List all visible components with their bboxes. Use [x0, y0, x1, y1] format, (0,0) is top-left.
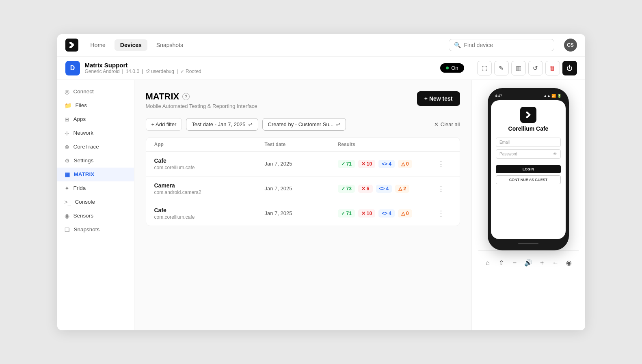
- phone-login-button[interactable]: LOGIN: [496, 165, 561, 173]
- device-build: r2 userdebug: [145, 69, 174, 74]
- sidebar-item-coretrace[interactable]: ⊚ CoreTrace: [57, 140, 134, 154]
- apps-icon: ⊞: [65, 116, 69, 123]
- avatar: CS: [564, 39, 577, 52]
- content-area: MATRIX ? Mobile Automated Testing & Repo…: [134, 80, 471, 330]
- status-badge[interactable]: On: [440, 63, 464, 73]
- result-warn: △ 0: [398, 160, 412, 168]
- sidebar-item-connect[interactable]: ◎ Connect: [57, 85, 134, 99]
- sidebar-label-network: Network: [73, 130, 94, 136]
- volume-up-button[interactable]: +: [538, 256, 546, 269]
- test-table: App Test date Results Cafe com.corellium…: [146, 137, 460, 226]
- refresh-button[interactable]: ↺: [528, 61, 543, 75]
- phone-app-name: Corellium Cafe: [508, 125, 549, 132]
- creator-filter-label: Created by - Customer Su...: [268, 121, 334, 127]
- grid-icon: ▥: [516, 65, 521, 72]
- sidebar-item-console[interactable]: >_ Console: [57, 195, 134, 209]
- edit-icon: ✎: [499, 65, 504, 72]
- sidebar-label-coretrace: CoreTrace: [73, 144, 99, 150]
- rotate-button[interactable]: ⇧: [497, 256, 505, 269]
- sidebar-item-frida[interactable]: ✦ Frida: [57, 181, 134, 195]
- sidebar-item-matrix[interactable]: ▦ MATRIX: [57, 168, 134, 181]
- external-link-icon: ⬚: [482, 65, 487, 72]
- new-test-button[interactable]: + New test: [417, 91, 460, 106]
- home-icon: ⌂: [486, 259, 490, 267]
- device-meta: Generic Android | 14.0.0 | r2 userdebug …: [85, 69, 201, 74]
- sidebar-label-apps: Apps: [73, 116, 86, 122]
- sidebar-item-sensors[interactable]: ◉ Sensors: [57, 209, 134, 223]
- rotate-icon: ⇧: [499, 259, 504, 267]
- coretrace-icon: ⊚: [65, 144, 69, 150]
- sidebar-item-settings[interactable]: ⚙ Settings: [57, 154, 134, 168]
- email-placeholder: Email: [499, 140, 510, 144]
- col-results: Results: [338, 142, 435, 147]
- help-icon[interactable]: ?: [182, 93, 190, 100]
- sidebar-item-files[interactable]: 📁 Files: [57, 99, 134, 112]
- snapshots-icon: ❑: [65, 226, 70, 233]
- search-bar[interactable]: 🔍: [449, 39, 554, 51]
- check-icon: ✓: [180, 69, 184, 74]
- settings-icon: ⚙: [65, 157, 70, 164]
- status-label: On: [451, 65, 458, 71]
- device-info: Matrix Support Generic Android | 14.0.0 …: [85, 62, 201, 74]
- creator-filter-button[interactable]: Created by - Customer Su... ⇌: [262, 118, 346, 131]
- clear-all-button[interactable]: ✕ Clear all: [434, 121, 460, 127]
- sidebar-label-console: Console: [75, 199, 95, 205]
- phone-guest-button[interactable]: CONTINUE AS GUEST: [496, 175, 561, 184]
- nav-snapshots[interactable]: Snapshots: [151, 39, 189, 51]
- home-button[interactable]: ⌂: [484, 256, 491, 269]
- app-info: Camera com.android.camera2: [154, 182, 265, 195]
- results: ✓ 71 ✕ 10 <> 4 △ 0: [338, 160, 435, 168]
- more-button[interactable]: ⋮: [435, 158, 447, 170]
- back-icon: ←: [552, 259, 559, 267]
- phone-time: 4:47: [495, 94, 502, 98]
- external-link-button[interactable]: ⬚: [477, 61, 492, 75]
- date-filter-button[interactable]: Test date - Jan 7, 2025 ⇌: [186, 118, 258, 131]
- search-input[interactable]: [464, 42, 549, 48]
- results: ✓ 73 ✕ 6 <> 4 △ 2: [338, 185, 435, 193]
- refresh-icon: ↺: [533, 65, 538, 72]
- phone-frame: 4:47 ▲▲ 📶 🔋 Corellium Cafe Email: [488, 88, 569, 250]
- edit-button[interactable]: ✎: [494, 61, 509, 75]
- device-version: 14.0.0: [126, 69, 139, 74]
- logo[interactable]: [65, 39, 78, 52]
- nav-devices[interactable]: Devices: [115, 39, 147, 51]
- app-info: Cafe com.corellium.cafe: [154, 207, 265, 220]
- power-button[interactable]: ⏻: [562, 61, 577, 75]
- table-header: App Test date Results: [146, 138, 460, 152]
- console-icon: >_: [65, 199, 71, 205]
- app-id: com.corellium.cafe: [154, 165, 265, 170]
- sidebar: ◎ Connect 📁 Files ⊞ Apps ⊹ Network ⊚ Cor…: [57, 80, 134, 330]
- test-date: Jan 7, 2025: [265, 185, 338, 192]
- more-button[interactable]: ⋮: [435, 183, 447, 194]
- sidebar-label-snapshots: Snapshots: [74, 226, 100, 233]
- result-warn: △ 2: [395, 185, 409, 193]
- phone-password-input[interactable]: Password 👁: [496, 149, 561, 159]
- back-button[interactable]: ←: [551, 256, 559, 269]
- nav-home[interactable]: Home: [85, 39, 111, 51]
- phone-status-icons: ▲▲ 📶 🔋: [543, 94, 562, 98]
- sidebar-item-snapshots[interactable]: ❑ Snapshots: [57, 223, 134, 237]
- sidebar-item-apps[interactable]: ⊞ Apps: [57, 112, 134, 126]
- power-icon: ⏻: [566, 65, 573, 71]
- more-button[interactable]: ⋮: [435, 208, 447, 219]
- grid-button[interactable]: ▥: [511, 61, 526, 75]
- rooted-label: Rooted: [186, 69, 201, 74]
- app-name: Cafe: [154, 207, 265, 213]
- app-id: com.android.camera2: [154, 190, 265, 195]
- app-name: Camera: [154, 182, 265, 189]
- clear-all-x-icon: ✕: [434, 121, 439, 127]
- device-name: Matrix Support: [85, 62, 201, 69]
- delete-button[interactable]: 🗑: [545, 61, 560, 75]
- sound-button[interactable]: 🔊: [524, 256, 532, 269]
- frida-icon: ✦: [65, 185, 69, 192]
- phone-email-input[interactable]: Email: [496, 138, 561, 147]
- sidebar-label-matrix: MATRIX: [74, 171, 95, 177]
- result-fail: ✕ 6: [358, 185, 373, 193]
- add-filter-button[interactable]: + Add filter: [146, 118, 182, 131]
- sidebar-item-network[interactable]: ⊹ Network: [57, 126, 134, 140]
- main-content: ◎ Connect 📁 Files ⊞ Apps ⊹ Network ⊚ Cor…: [57, 80, 585, 330]
- volume-down-button[interactable]: −: [511, 256, 519, 269]
- delete-icon: 🗑: [549, 65, 556, 71]
- fingerprint-button[interactable]: ◉: [565, 256, 573, 269]
- app-logo: [520, 107, 536, 123]
